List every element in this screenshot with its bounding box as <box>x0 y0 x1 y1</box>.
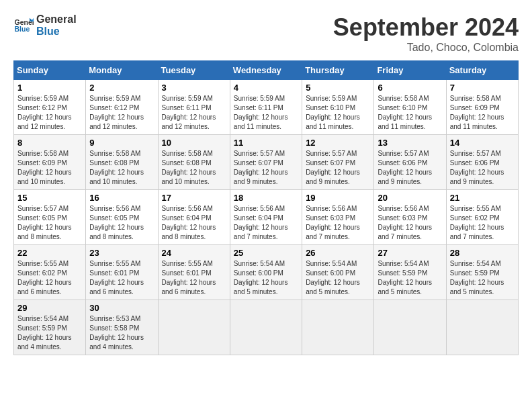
sunrise-time: 5:58 AM <box>116 150 141 157</box>
daylight-label: Daylight: <box>162 169 188 176</box>
day-of-week-header: Wednesday <box>230 61 302 80</box>
daylight-label: Daylight: <box>378 169 404 176</box>
sunrise-label: Sunrise: <box>450 150 475 157</box>
day-number: 14 <box>450 138 515 148</box>
sunset-time: 6:00 PM <box>259 269 283 277</box>
sunset-label: Sunset: <box>234 159 257 167</box>
daylight-label: Daylight: <box>89 169 116 176</box>
sunrise-time: 5:57 AM <box>476 150 501 157</box>
daylight-label: Daylight: <box>378 113 404 121</box>
day-number: 27 <box>378 248 442 258</box>
sunset-label: Sunset: <box>234 269 257 277</box>
sunset-time: 6:07 PM <box>259 159 283 167</box>
sunset-time: 6:04 PM <box>186 214 211 222</box>
calendar-cell: 3 Sunrise: 5:59 AM Sunset: 6:11 PM Dayli… <box>158 80 230 135</box>
daylight-label: Daylight: <box>306 224 332 231</box>
day-info: Sunrise: 5:54 AM Sunset: 5:59 PM Dayligh… <box>17 314 82 352</box>
day-number: 5 <box>306 83 370 93</box>
sunrise-label: Sunrise: <box>378 95 402 102</box>
day-info: Sunrise: 5:59 AM Sunset: 6:12 PM Dayligh… <box>89 94 154 132</box>
sunrise-label: Sunrise: <box>450 95 475 102</box>
sunrise-label: Sunrise: <box>17 260 42 267</box>
sunset-time: 6:12 PM <box>114 104 139 111</box>
day-info: Sunrise: 5:54 AM Sunset: 5:59 PM Dayligh… <box>450 259 515 297</box>
day-info: Sunrise: 5:55 AM Sunset: 6:01 PM Dayligh… <box>162 259 226 297</box>
day-info: Sunrise: 5:59 AM Sunset: 6:11 PM Dayligh… <box>234 94 298 132</box>
sunset-time: 6:12 PM <box>42 104 67 111</box>
sunrise-time: 5:56 AM <box>260 205 285 212</box>
sunrise-label: Sunrise: <box>17 150 42 157</box>
calendar-cell: 14 Sunrise: 5:57 AM Sunset: 6:06 PM Dayl… <box>446 135 518 190</box>
calendar-cell: 17 Sunrise: 5:56 AM Sunset: 6:04 PM Dayl… <box>158 190 230 245</box>
day-number: 26 <box>306 248 370 258</box>
sunrise-label: Sunrise: <box>162 260 187 267</box>
sunset-time: 6:05 PM <box>42 214 67 222</box>
sunset-label: Sunset: <box>17 104 40 111</box>
day-info: Sunrise: 5:55 AM Sunset: 6:01 PM Dayligh… <box>89 259 154 297</box>
calendar-table: SundayMondayTuesdayWednesdayThursdayFrid… <box>13 60 519 355</box>
sunrise-time: 5:58 AM <box>188 150 213 157</box>
sunset-time: 6:08 PM <box>186 159 211 167</box>
sunset-time: 6:04 PM <box>259 214 283 222</box>
logo-icon: General Blue <box>13 15 34 36</box>
sunset-time: 6:03 PM <box>402 214 427 222</box>
sunset-time: 6:03 PM <box>330 214 355 222</box>
day-info: Sunrise: 5:58 AM Sunset: 6:08 PM Dayligh… <box>89 149 154 187</box>
sunrise-time: 5:55 AM <box>116 260 141 267</box>
day-number: 22 <box>17 248 82 258</box>
sunrise-label: Sunrise: <box>234 260 259 267</box>
day-info: Sunrise: 5:56 AM Sunset: 6:04 PM Dayligh… <box>162 204 226 242</box>
sunrise-label: Sunrise: <box>89 315 114 322</box>
calendar-week-row: 1 Sunrise: 5:59 AM Sunset: 6:12 PM Dayli… <box>14 80 519 135</box>
day-number: 1 <box>17 83 82 93</box>
day-info: Sunrise: 5:58 AM Sunset: 6:10 PM Dayligh… <box>378 94 442 132</box>
sunset-time: 5:59 PM <box>474 269 499 277</box>
sunrise-time: 5:54 AM <box>332 260 357 267</box>
sunset-time: 6:09 PM <box>474 104 499 111</box>
daylight-label: Daylight: <box>306 113 332 121</box>
daylight-label: Daylight: <box>162 224 188 231</box>
page-header: General Blue General Blue September 2024… <box>13 13 519 54</box>
day-info: Sunrise: 5:57 AM Sunset: 6:07 PM Dayligh… <box>234 149 298 187</box>
sunset-time: 6:10 PM <box>330 104 355 111</box>
day-number: 4 <box>234 83 298 93</box>
sunset-label: Sunset: <box>306 159 328 167</box>
sunrise-time: 5:59 AM <box>332 95 357 102</box>
sunset-time: 6:01 PM <box>114 269 139 277</box>
sunrise-time: 5:56 AM <box>332 205 357 212</box>
day-number: 24 <box>162 248 226 258</box>
location-title: Tado, Choco, Colombia <box>333 42 519 54</box>
sunset-time: 6:06 PM <box>474 159 499 167</box>
day-info: Sunrise: 5:57 AM Sunset: 6:05 PM Dayligh… <box>17 204 82 242</box>
daylight-label: Daylight: <box>450 113 476 121</box>
daylight-label: Daylight: <box>162 113 188 121</box>
sunrise-time: 5:59 AM <box>188 95 213 102</box>
sunrise-time: 5:59 AM <box>116 95 141 102</box>
day-info: Sunrise: 5:54 AM Sunset: 5:59 PM Dayligh… <box>378 259 442 297</box>
day-number: 7 <box>450 83 515 93</box>
calendar-cell: 13 Sunrise: 5:57 AM Sunset: 6:06 PM Dayl… <box>374 135 446 190</box>
day-info: Sunrise: 5:55 AM Sunset: 6:02 PM Dayligh… <box>450 204 515 242</box>
calendar-cell: 5 Sunrise: 5:59 AM Sunset: 6:10 PM Dayli… <box>302 80 374 135</box>
sunrise-time: 5:58 AM <box>44 150 69 157</box>
sunset-label: Sunset: <box>89 324 112 332</box>
sunrise-label: Sunrise: <box>234 150 259 157</box>
day-number: 20 <box>378 193 442 203</box>
sunset-time: 6:07 PM <box>330 159 355 167</box>
calendar-cell: 11 Sunrise: 5:57 AM Sunset: 6:07 PM Dayl… <box>230 135 302 190</box>
sunrise-time: 5:59 AM <box>44 95 69 102</box>
sunset-time: 6:08 PM <box>114 159 139 167</box>
sunrise-label: Sunrise: <box>162 205 187 212</box>
day-number: 17 <box>162 193 226 203</box>
sunrise-time: 5:54 AM <box>476 260 501 267</box>
calendar-cell: 30 Sunrise: 5:53 AM Sunset: 5:58 PM Dayl… <box>86 300 158 355</box>
day-number: 18 <box>234 193 298 203</box>
logo: General Blue General Blue <box>13 13 77 38</box>
sunrise-time: 5:57 AM <box>404 150 429 157</box>
sunrise-label: Sunrise: <box>306 95 330 102</box>
daylight-label: Daylight: <box>450 169 476 176</box>
daylight-label: Daylight: <box>306 169 332 176</box>
sunset-label: Sunset: <box>306 104 328 111</box>
sunset-time: 5:58 PM <box>114 324 139 332</box>
calendar-week-row: 29 Sunrise: 5:54 AM Sunset: 5:59 PM Dayl… <box>14 300 519 355</box>
